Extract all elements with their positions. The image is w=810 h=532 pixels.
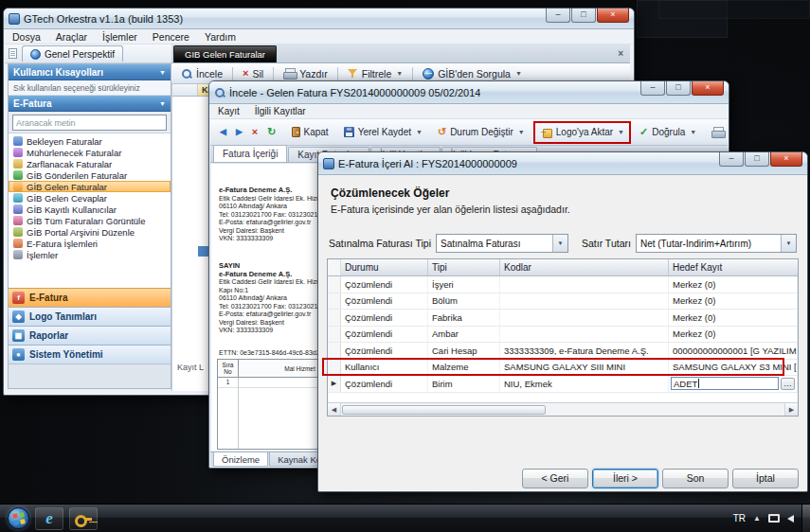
document-icon[interactable] — [9, 48, 17, 59]
menu-kayit[interactable]: Kayıt — [210, 106, 247, 116]
panel-raporlar[interactable]: ▦Raporlar — [9, 326, 171, 345]
line-total-combobox[interactable]: Net (Tutar-İndirim+Artırım) ▼ — [636, 234, 797, 253]
volume-tray-icon[interactable] — [787, 515, 794, 523]
minimize-button[interactable]: – — [640, 81, 665, 96]
panel-logo-tanimlari[interactable]: ◆Logo Tanımları — [9, 307, 171, 326]
cancel-button[interactable]: İptal — [732, 469, 799, 488]
cell-durumu: Çözümlendi — [341, 376, 428, 392]
shortcuts-header[interactable]: Kullanıcı Kısayolları ▼ — [9, 64, 171, 80]
menu-yardim[interactable]: Yardım — [197, 31, 243, 43]
menu-islemler[interactable]: İşlemler — [95, 31, 145, 43]
close-button[interactable]: × — [770, 152, 802, 167]
close-button[interactable]: × — [692, 81, 724, 96]
menu-dosya[interactable]: Dosya — [5, 31, 48, 43]
grid-row-ambar[interactable]: Çözümlendi Ambar Merkez (0) — [328, 327, 798, 344]
perspective-tab[interactable]: Genel Perspektif — [22, 45, 123, 62]
gibden-sorgula-button[interactable]: GİB'den Sorgula ▼ — [418, 67, 527, 80]
menu-araclar[interactable]: Araçlar — [48, 31, 95, 43]
tree-item-gib-tum-faturalari-goruntule[interactable]: GİB Tüm Faturaları Görüntüle — [9, 215, 171, 226]
efatura-section-header[interactable]: E-Fatura ▼ — [9, 96, 171, 112]
lookup-ellipsis-button[interactable]: … — [781, 378, 795, 390]
col-durumu[interactable]: Durumu — [341, 259, 428, 275]
grid-row-bolum[interactable]: Çözümlendi Bölüm Merkez (0) — [328, 293, 798, 310]
yazdir-button[interactable]: Yazdır — [279, 67, 333, 80]
sil-button[interactable]: × Sil — [238, 67, 268, 80]
cell-hedef: SAMSUNG GALAXY S3 MINI [SAMSUN... — [669, 360, 798, 376]
chevron-down-icon[interactable]: ▼ — [552, 235, 567, 252]
main-window-titlebar[interactable]: GTech Orkestra v1.1a (build 1353) – □ × — [4, 9, 634, 29]
show-desktop-button[interactable] — [801, 505, 810, 532]
tree-item-gib-gonderilen-faturalar[interactable]: GİB Gönderilen Faturalar — [9, 169, 171, 181]
shortcuts-hint: Sık kullanılan seçeneği sürükleyiniz — [9, 80, 171, 96]
menu-ilgili-kayitlar[interactable]: İlgili Kayıtlar — [247, 106, 314, 116]
grid-row-cari-hesap[interactable]: Çözümlendi Cari Hesap 3333333309, e-Fatu… — [328, 343, 798, 360]
kapat-button[interactable]: Kapat — [287, 124, 333, 140]
next-button[interactable]: İleri > — [592, 469, 658, 488]
col-kodlar[interactable]: Kodlar — [500, 259, 669, 275]
panel-efatura[interactable]: fE-Fatura — [9, 288, 171, 307]
maximize-button[interactable]: □ — [571, 9, 596, 23]
invoice-type-combobox[interactable]: Satınalma Faturası ▼ — [436, 234, 568, 253]
print-button[interactable] — [707, 124, 728, 140]
panel-sistem-yonetimi[interactable]: ●Sistem Yönetimi — [9, 345, 171, 364]
scroll-left-arrow[interactable]: ◀ — [328, 403, 341, 416]
hedef-edit-field[interactable]: ADET — [671, 377, 779, 390]
tree-item-zarflanacak-faturalar[interactable]: Zarflanacak Faturalar — [9, 158, 171, 169]
logo-definitions-icon: ◆ — [12, 310, 25, 323]
chevron-down-icon[interactable]: ▼ — [781, 235, 796, 252]
grid-status-text: Kayıt L — [177, 363, 204, 372]
nav-previous-button[interactable]: ◀ — [215, 125, 231, 139]
tree-item-bekleyen-faturalar[interactable]: Bekleyen Faturalar — [9, 135, 171, 147]
tree-item-muhurlenecek-faturalar[interactable]: Mühürlenecek Faturalar — [9, 147, 171, 158]
col-hedef-kayit[interactable]: Hedef Kayıt — [669, 259, 798, 275]
refresh-button[interactable]: ↻ — [262, 124, 280, 140]
maximize-button[interactable]: □ — [745, 152, 769, 167]
tree-item-gib-kayitli-kullanicilar[interactable]: GİB Kayıtlı Kullanıcılar — [9, 204, 171, 215]
invoice-window-titlebar[interactable]: İncele - Gelen Fatura FYS2014000000009 0… — [209, 81, 729, 104]
cell-tipi: Birim — [428, 376, 500, 392]
back-button[interactable]: < Geri — [522, 469, 588, 488]
tree-item-gib-gelen-faturalar[interactable]: GİB Gelen Faturalar — [9, 181, 171, 192]
minimize-button[interactable]: – — [546, 9, 570, 23]
tree-item-gib-gelen-cevaplar[interactable]: GİB Gelen Cevaplar — [9, 192, 171, 204]
password-tool-taskbar-button[interactable] — [69, 507, 98, 530]
grid-row-fabrika[interactable]: Çözümlendi Fabrika Merkez (0) — [328, 310, 798, 327]
maximize-button[interactable]: □ — [666, 81, 691, 96]
finish-button[interactable]: Son — [662, 469, 729, 488]
printer-icon — [283, 68, 296, 79]
display-tray-icon[interactable] — [768, 514, 780, 523]
horizontal-scrollbar[interactable]: ◀ ▶ — [328, 402, 798, 416]
start-button[interactable] — [8, 507, 29, 529]
grid-row-birim[interactable]: ▶ Çözümlendi Birim NIU, Ekmek ADET … — [328, 376, 798, 393]
tab-onizleme[interactable]: Önizleme — [213, 452, 268, 467]
grid-row-isyeri[interactable]: Çözümlendi İşyeri Merkez (0) — [328, 276, 798, 293]
tab-fatura-icerigi[interactable]: Fatura İçeriği — [213, 145, 287, 162]
scroll-right-arrow[interactable]: ▶ — [784, 403, 798, 416]
cancel-button[interactable]: × — [247, 124, 262, 140]
import-dialog-titlebar[interactable]: E-Fatura İçeri Al : FYS2014000000009 – □… — [318, 152, 807, 175]
minimize-button[interactable]: – — [719, 152, 744, 167]
tree-item-gib-portal-arsivini-duzenle[interactable]: GİB Portal Arşivini Düzenle — [9, 226, 171, 238]
durum-degistir-button[interactable]: ↺ Durum Değiştir ▼ — [433, 124, 530, 140]
language-indicator[interactable]: TR — [733, 513, 746, 523]
hidden-icons-arrow[interactable]: ▲ — [753, 514, 761, 523]
main-window-title: GTech Orkestra v1.1a (build 1353) — [24, 13, 183, 25]
menu-pencere[interactable]: Pencere — [145, 31, 197, 43]
close-button[interactable]: × — [597, 9, 629, 23]
nav-next-button[interactable]: ▶ — [231, 125, 247, 139]
col-tipi[interactable]: Tipi — [428, 259, 500, 275]
logoya-aktar-button[interactable]: Logo'ya Aktar ▼ — [535, 124, 629, 141]
sidebar-search-input[interactable] — [12, 115, 167, 131]
dogrula-button[interactable]: ✓ Doğrula ▼ — [635, 124, 701, 140]
filtrele-button[interactable]: Filtrele ▼ — [343, 67, 407, 80]
tab-gib-gelen-faturalar[interactable]: GIB Gelen Faturalar — [173, 45, 277, 62]
grid-row-malzeme[interactable]: Kullanıcı Malzeme SAMSUNG GALAXY SIII MI… — [328, 360, 798, 377]
panel-label: Raporlar — [29, 330, 68, 341]
scrollbar-thumb[interactable] — [342, 405, 546, 415]
yerel-kaydet-button[interactable]: Yerel Kaydet ▼ — [339, 124, 427, 140]
tree-item-islemler[interactable]: İşlemler — [9, 249, 171, 260]
tree-item-efatura-islemleri[interactable]: E-Fatura İşlemleri — [9, 238, 171, 249]
close-tab-icon[interactable]: × — [618, 48, 623, 59]
incele-button[interactable]: İncele — [176, 67, 227, 80]
internet-explorer-taskbar-button[interactable]: e — [35, 507, 63, 530]
